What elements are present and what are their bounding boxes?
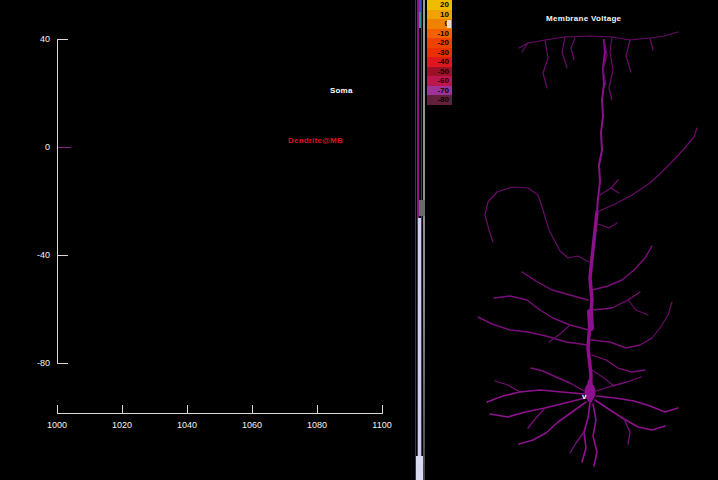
shape-plot-window[interactable]: 20100-10-20-30-40-50-60-70-80 Membrane V… (427, 0, 718, 480)
window-strip-fragment (416, 456, 423, 480)
dendrite-segment (650, 38, 653, 50)
y-tick (58, 39, 68, 40)
y-tick-label: -80 (18, 358, 50, 368)
dendrite-segment (591, 338, 652, 348)
colorbar-entry: -40 (427, 57, 452, 67)
dendrite-segment (598, 223, 617, 228)
colorbar-entry: -10 (427, 29, 452, 39)
dendrite-segment (562, 37, 567, 68)
dendrite-segment (494, 296, 589, 330)
dendrite-segment (593, 292, 640, 310)
dendrite-segment (592, 355, 645, 372)
x-tick (122, 405, 123, 413)
squeezed-window-strip[interactable] (414, 0, 427, 480)
x-tick-label: 1020 (105, 420, 139, 430)
dendrite-segment (590, 312, 591, 328)
dendrite-segment (626, 40, 631, 72)
dendrite-segment (543, 40, 548, 88)
x-tick (57, 405, 58, 413)
colorbar-entry: 20 (427, 0, 452, 10)
dendrite-segment (597, 128, 697, 212)
dendrite-segment (531, 368, 584, 391)
colorbar-entry: -50 (427, 67, 452, 77)
window-strip-fragment (419, 200, 425, 216)
soma-voltage-marker[interactable]: v (582, 392, 586, 401)
dendrite-segment (652, 302, 672, 338)
window-edge-line (421, 0, 422, 480)
dendrite-segment (522, 272, 588, 300)
dendrite-segment (595, 400, 665, 430)
voltage-graph-window[interactable]: 400-40-80 100010201040106010801100 Soma … (0, 0, 414, 480)
dendrite-segment (519, 32, 678, 48)
window-edge-line (415, 0, 416, 480)
y-tick-label: 0 (18, 142, 50, 152)
dendrite-segment (487, 390, 584, 402)
dendrite-segment (609, 37, 613, 100)
dendrite-segment (570, 432, 584, 453)
shape-plot-title: Membrane Voltage (546, 14, 621, 23)
x-tick-label: 1000 (40, 420, 74, 430)
neuron-morphology (427, 0, 718, 480)
x-tick (187, 405, 188, 413)
x-tick-label: 1060 (235, 420, 269, 430)
dendrite-segment (571, 38, 575, 60)
window-strip-fragment (418, 218, 421, 480)
x-tick-label: 1080 (300, 420, 334, 430)
window-edge-line (423, 0, 425, 480)
y-tick (58, 255, 68, 256)
colorbar-entry: 10 (427, 10, 452, 20)
colorbar-entry: -80 (427, 95, 452, 105)
x-tick-label: 1100 (365, 420, 399, 430)
dendrite-segment (592, 246, 652, 290)
y-axis-line (57, 39, 58, 364)
trace-label-soma[interactable]: Soma (330, 86, 353, 95)
x-tick (252, 405, 253, 413)
y-tick (58, 363, 68, 364)
dendrite-segment (592, 370, 614, 386)
x-tick-label: 1040 (170, 420, 204, 430)
dendrite-segment (628, 300, 648, 315)
dendrite-segment (485, 187, 589, 262)
x-axis-line (57, 413, 383, 414)
colorbar-entry: -20 (427, 38, 452, 48)
colorbar-entry: -70 (427, 86, 452, 96)
x-tick (382, 405, 383, 413)
dendrite-segment (478, 317, 588, 345)
colorbar-entry: -30 (427, 48, 452, 58)
y-tick (58, 147, 71, 148)
dendrite-segment (593, 404, 597, 466)
x-tick (317, 405, 318, 413)
colorbar-entry: -60 (427, 76, 452, 86)
dendrite-segment (596, 377, 641, 391)
dendrite-segment (490, 398, 585, 417)
dendrite-segment (519, 402, 586, 444)
voltage-colorbar: 20100-10-20-30-40-50-60-70-80 (427, 0, 452, 105)
y-tick-label: 40 (18, 34, 50, 44)
y-tick-label: -40 (18, 250, 50, 260)
window-strip-fragment (419, 12, 421, 28)
window-strip-fragment (419, 0, 421, 12)
text-cursor (447, 20, 451, 28)
trace-label-dendrite[interactable]: Dendrite@MB (288, 136, 343, 145)
dendrite-segment (600, 180, 618, 195)
neuron-desktop: 400-40-80 100010201040106010801100 Soma … (0, 0, 718, 480)
dendrite-segment (611, 188, 619, 193)
dendrite-segment (495, 381, 520, 392)
